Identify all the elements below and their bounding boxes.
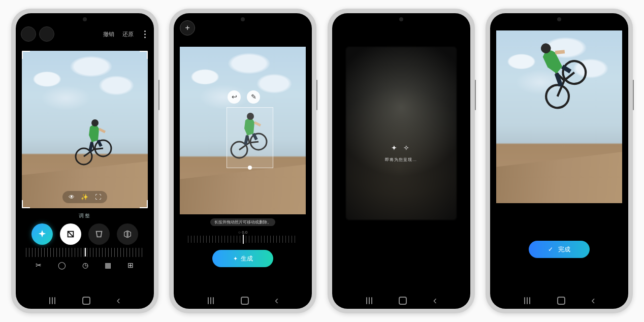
front-camera	[399, 17, 403, 21]
canvas-quick-tools: 👁 ✨ ⛶	[62, 191, 107, 203]
ai-enhance-icon[interactable]: ✨	[81, 194, 89, 201]
history-thumb-2[interactable]	[39, 26, 54, 42]
generate-button-label: 生成	[241, 254, 253, 263]
nav-back-icon[interactable]	[433, 294, 437, 307]
front-camera	[557, 17, 561, 21]
crop-rotate-button[interactable]	[60, 223, 81, 245]
expand-icon[interactable]: ⛶	[94, 194, 102, 201]
photo-canvas[interactable]: ↩ ✎	[180, 47, 306, 214]
filters-tab-icon[interactable]: ◯	[58, 261, 66, 269]
crop-tab-icon[interactable]: ✂	[36, 261, 42, 269]
blurred-preview	[346, 47, 457, 220]
selection-resize-handle[interactable]	[248, 166, 252, 170]
crop-frame[interactable]	[22, 51, 148, 208]
nav-recents-icon[interactable]	[366, 298, 373, 304]
phone-mockup-1: 撤销 还原	[11, 9, 158, 313]
nav-home-icon[interactable]	[557, 297, 565, 305]
check-icon	[548, 246, 555, 253]
redo-label[interactable]: 还原	[122, 30, 134, 38]
front-camera	[83, 17, 87, 21]
nav-home-icon[interactable]	[399, 297, 407, 305]
stickers-tab-icon[interactable]: ▦	[105, 261, 111, 269]
generate-button[interactable]: ✦ 生成	[212, 250, 273, 267]
system-nav-bar	[16, 293, 154, 309]
phone-mockup-4: 重新调整 完成	[486, 9, 633, 313]
nav-back-icon[interactable]	[591, 294, 595, 307]
svg-point-7	[541, 81, 573, 112]
more-tab-icon[interactable]: ⊞	[127, 261, 134, 269]
add-button[interactable]: +	[180, 20, 195, 36]
more-menu-icon[interactable]	[142, 30, 149, 38]
sparkle-icon: ✦	[233, 255, 238, 262]
undo-label[interactable]: 撤销	[103, 30, 114, 38]
selection-toolbar: ↩ ✎	[228, 90, 260, 104]
rotation-ruler[interactable]	[26, 248, 144, 257]
selection-undo-icon[interactable]: ↩	[228, 90, 241, 104]
system-nav-bar	[332, 293, 470, 309]
phone-mockup-3: ✦ ✧ 即将为您呈现…	[328, 9, 475, 313]
nav-recents-icon[interactable]	[207, 298, 214, 304]
preview-icon[interactable]: 👁	[68, 194, 76, 201]
generating-overlay: ✦ ✧ 即将为您呈现…	[332, 13, 470, 293]
nav-home-icon[interactable]	[82, 297, 90, 305]
nav-back-icon[interactable]	[116, 294, 120, 307]
section-label: 调整	[16, 212, 154, 219]
phone-mockup-2: + ↩ ✎	[169, 9, 316, 313]
loading-sparkle-icon: ✦ ✧	[385, 144, 417, 152]
nav-back-icon[interactable]	[275, 294, 278, 307]
system-nav-bar	[174, 293, 312, 309]
drag-hint-text: 长按并拖动照片可移动或删除。	[210, 218, 275, 226]
ai-edit-button[interactable]	[31, 223, 53, 245]
flip-button[interactable]	[117, 223, 138, 245]
nav-recents-icon[interactable]	[524, 298, 531, 304]
loading-text: 即将为您呈现…	[385, 157, 417, 163]
object-selection-box[interactable]	[227, 107, 273, 168]
adjust-tab-icon[interactable]: ◷	[82, 261, 88, 269]
front-camera	[241, 17, 245, 21]
angle-readout: ○ 0.0	[174, 230, 312, 235]
result-photo-canvas[interactable]: 重新调整	[496, 30, 622, 203]
editor-mode-row	[16, 223, 154, 245]
history-thumb-1[interactable]	[21, 26, 36, 42]
photo-canvas[interactable]: 👁 ✨ ⛶	[22, 51, 148, 208]
nav-recents-icon[interactable]	[49, 298, 56, 304]
editor-category-row: ✂ ◯ ◷ ▦ ⊞	[28, 261, 142, 269]
done-button-label: 完成	[558, 245, 570, 254]
angle-ruler[interactable]	[188, 236, 298, 243]
perspective-button[interactable]	[88, 223, 110, 245]
nav-home-icon[interactable]	[241, 297, 249, 305]
done-button[interactable]: 完成	[529, 241, 590, 258]
system-nav-bar	[490, 293, 628, 309]
selection-erase-icon[interactable]: ✎	[247, 90, 260, 104]
